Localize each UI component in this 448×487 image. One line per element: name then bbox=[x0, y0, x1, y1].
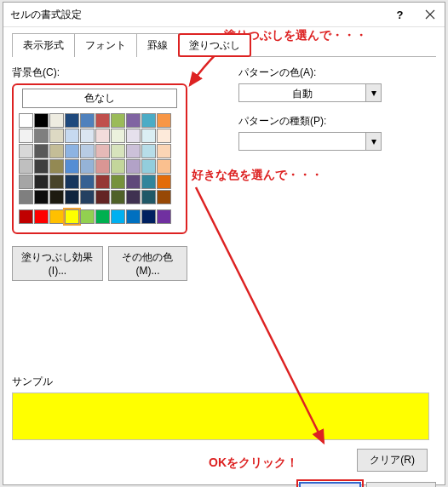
color-swatch[interactable] bbox=[95, 113, 110, 128]
color-swatch[interactable] bbox=[65, 209, 79, 224]
color-swatch[interactable] bbox=[80, 159, 95, 174]
color-swatch[interactable] bbox=[95, 129, 110, 143]
color-swatch[interactable] bbox=[126, 190, 141, 204]
color-swatch[interactable] bbox=[126, 129, 141, 143]
color-swatch[interactable] bbox=[49, 129, 64, 143]
color-swatch[interactable] bbox=[65, 175, 79, 189]
color-swatch[interactable] bbox=[126, 113, 141, 128]
color-swatch[interactable] bbox=[141, 159, 156, 174]
color-swatch[interactable] bbox=[95, 159, 110, 174]
color-swatch[interactable] bbox=[80, 144, 95, 158]
color-swatch[interactable] bbox=[141, 190, 156, 204]
color-swatch[interactable] bbox=[49, 159, 64, 174]
titlebar: セルの書式設定 ? bbox=[3, 3, 445, 27]
color-swatch[interactable] bbox=[141, 209, 156, 224]
color-swatch[interactable] bbox=[34, 144, 49, 158]
color-swatch[interactable] bbox=[111, 209, 125, 224]
color-swatch[interactable] bbox=[34, 129, 49, 143]
color-swatch[interactable] bbox=[49, 113, 64, 128]
color-swatch[interactable] bbox=[19, 113, 33, 128]
dialog-buttons: OK キャンセル bbox=[3, 477, 445, 487]
color-swatch[interactable] bbox=[19, 190, 33, 204]
color-swatch[interactable] bbox=[49, 190, 64, 204]
color-swatch[interactable] bbox=[126, 175, 141, 189]
color-swatch[interactable] bbox=[157, 144, 171, 158]
color-swatch[interactable] bbox=[141, 113, 156, 128]
no-color-button[interactable]: 色なし bbox=[22, 89, 177, 108]
color-palette-box: 色なし bbox=[12, 83, 187, 234]
color-swatch[interactable] bbox=[80, 175, 95, 189]
close-button[interactable] bbox=[415, 3, 445, 26]
standard-color-palette bbox=[19, 209, 181, 224]
pattern-color-select[interactable]: 自動 ▾ bbox=[238, 83, 382, 102]
color-swatch[interactable] bbox=[65, 113, 79, 128]
color-swatch[interactable] bbox=[111, 129, 125, 143]
color-swatch[interactable] bbox=[80, 209, 95, 224]
color-swatch[interactable] bbox=[65, 144, 79, 158]
pattern-type-value bbox=[239, 133, 365, 150]
color-swatch[interactable] bbox=[126, 159, 141, 174]
color-swatch[interactable] bbox=[34, 113, 49, 128]
color-swatch[interactable] bbox=[111, 113, 125, 128]
pattern-type-select[interactable]: ▾ bbox=[238, 132, 382, 151]
cancel-button[interactable]: キャンセル bbox=[366, 482, 436, 487]
bg-color-label: 背景色(C): bbox=[12, 66, 187, 80]
color-swatch[interactable] bbox=[111, 159, 125, 174]
color-swatch[interactable] bbox=[65, 159, 79, 174]
color-swatch[interactable] bbox=[111, 144, 125, 158]
color-swatch[interactable] bbox=[34, 190, 49, 204]
tab-fill[interactable]: 塗りつぶし bbox=[178, 33, 251, 57]
tab-bar: 表示形式 フォント 罫線 塗りつぶし bbox=[12, 32, 436, 57]
color-swatch[interactable] bbox=[95, 175, 110, 189]
color-swatch[interactable] bbox=[80, 113, 95, 128]
color-swatch[interactable] bbox=[95, 209, 110, 224]
dialog-title: セルの書式設定 bbox=[10, 8, 385, 22]
color-swatch[interactable] bbox=[141, 144, 156, 158]
close-icon bbox=[425, 9, 435, 20]
color-swatch[interactable] bbox=[34, 209, 49, 224]
color-swatch[interactable] bbox=[49, 175, 64, 189]
tab-display-format[interactable]: 表示形式 bbox=[12, 33, 75, 57]
tab-font[interactable]: フォント bbox=[74, 33, 137, 57]
help-button[interactable]: ? bbox=[385, 3, 415, 26]
clear-button[interactable]: クリア(R) bbox=[357, 449, 428, 472]
pattern-type-label: パターンの種類(P): bbox=[238, 114, 436, 129]
color-swatch[interactable] bbox=[49, 144, 64, 158]
color-swatch[interactable] bbox=[80, 190, 95, 204]
color-swatch[interactable] bbox=[95, 190, 110, 204]
sample-label: サンプル bbox=[12, 375, 436, 389]
color-swatch[interactable] bbox=[141, 129, 156, 143]
color-swatch[interactable] bbox=[19, 129, 33, 143]
color-swatch[interactable] bbox=[111, 190, 125, 204]
color-swatch[interactable] bbox=[80, 129, 95, 143]
pattern-color-value: 自動 bbox=[239, 84, 365, 101]
color-swatch[interactable] bbox=[111, 175, 125, 189]
color-swatch[interactable] bbox=[126, 209, 141, 224]
chevron-down-icon: ▾ bbox=[365, 133, 381, 150]
tab-border[interactable]: 罫線 bbox=[136, 33, 179, 57]
ok-button[interactable]: OK bbox=[299, 482, 361, 487]
color-swatch[interactable] bbox=[95, 144, 110, 158]
fill-effects-button[interactable]: 塗りつぶし効果(I)... bbox=[12, 246, 103, 281]
pattern-color-label: パターンの色(A): bbox=[238, 66, 436, 80]
chevron-down-icon: ▾ bbox=[365, 84, 381, 101]
color-swatch[interactable] bbox=[34, 159, 49, 174]
color-swatch[interactable] bbox=[19, 175, 33, 189]
color-swatch[interactable] bbox=[19, 209, 33, 224]
theme-color-palette bbox=[19, 113, 181, 204]
more-colors-button[interactable]: その他の色(M)... bbox=[108, 246, 187, 281]
color-swatch[interactable] bbox=[157, 113, 171, 128]
color-swatch[interactable] bbox=[19, 159, 33, 174]
color-swatch[interactable] bbox=[65, 190, 79, 204]
color-swatch[interactable] bbox=[49, 209, 64, 224]
color-swatch[interactable] bbox=[126, 144, 141, 158]
color-swatch[interactable] bbox=[34, 175, 49, 189]
color-swatch[interactable] bbox=[157, 190, 171, 204]
color-swatch[interactable] bbox=[19, 144, 33, 158]
color-swatch[interactable] bbox=[157, 175, 171, 189]
color-swatch[interactable] bbox=[157, 129, 171, 143]
color-swatch[interactable] bbox=[157, 159, 171, 174]
color-swatch[interactable] bbox=[65, 129, 79, 143]
color-swatch[interactable] bbox=[157, 209, 171, 224]
color-swatch[interactable] bbox=[141, 175, 156, 189]
